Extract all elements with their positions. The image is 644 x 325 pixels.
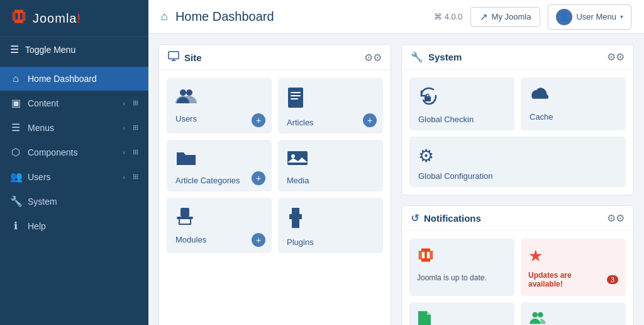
grid-icon: ⊞ [133,99,138,107]
modules-tile[interactable]: Modules + [167,198,272,253]
system-panel: 🔧 System ⚙⚙ Global Checkin [401,44,634,195]
svg-rect-13 [430,251,433,259]
svg-point-8 [291,154,295,158]
users-tile-label: Users [175,114,197,123]
content-icon: ▣ [10,97,21,109]
grid-icon: ⊞ [133,123,138,132]
user-menu-button[interactable]: 👤 User Menu ▾ [548,4,631,30]
sidebar: Joomla! ☰ Toggle Menu ⌂ Home Dashboard ▣… [0,0,148,325]
notifications-panel-settings-icon[interactable]: ⚙⚙ [607,212,625,224]
cache-icon [530,86,548,107]
sidebar-item-home-dashboard[interactable]: ⌂ Home Dashboard [0,67,148,91]
article-categories-tile-icon [175,149,197,171]
sidebar-item-menus[interactable]: ☰ Menus › ⊞ [0,115,148,140]
sidebar-item-label: Content [28,98,116,108]
site-panel-header: Site ⚙⚙ [159,45,391,71]
sidebar-item-content[interactable]: ▣ Content › ⊞ [0,91,148,115]
global-checkin-icon [418,86,437,110]
toggle-menu-label: Toggle Menu [25,45,75,55]
site-panel: Site ⚙⚙ Users + Articles + [158,44,391,325]
users-privacy-icon [528,310,547,325]
global-configuration-tile[interactable]: ⚙ Global Configuration [409,137,626,187]
sidebar-item-label: Help [28,221,138,231]
svg-rect-7 [287,151,308,165]
user-menu-label: User Menu [576,12,616,21]
joomla-uptodate-tile: Joomla is up to date. [409,239,514,296]
grid-icon: ⊞ [133,148,138,156]
users-tile-add-button[interactable]: + [252,113,265,127]
system-tiles-grid: Global Checkin Cache ⚙ Global Configurat… [402,70,633,195]
users-tile[interactable]: Users + [167,78,272,134]
arrow-icon: › [123,173,125,181]
toggle-menu-button[interactable]: ☰ Toggle Menu [0,37,148,62]
svg-point-1 [180,89,186,96]
articles-tile-add-button[interactable]: + [363,113,377,127]
plugins-tile-icon [287,207,304,232]
logo-text: Joomla! [33,11,81,26]
cache-tile[interactable]: Cache [521,77,626,130]
global-checkin-label: Global Checkin [418,115,474,124]
sidebar-item-components[interactable]: ⬡ Components › ⊞ [0,140,148,164]
site-tiles-grid: Users + Articles + Article Categories + [159,71,391,261]
no-privacy-requests-tile: No urgent privacy requests. [521,302,626,325]
svg-rect-12 [419,251,422,259]
sidebar-item-system[interactable]: 🔧 System [0,189,148,214]
notifications-panel-header: ↺ Notifications ⚙⚙ [402,206,633,231]
articles-tile-icon [287,87,304,113]
notifications-grid: Joomla is up to date. ★ Updates are avai… [402,231,633,325]
external-link-icon: ↗ [480,11,488,23]
svg-rect-4 [291,92,301,93]
components-icon: ⬡ [10,146,21,158]
users-tile-icon [175,87,197,109]
page-title: Home Dashboard [175,9,426,24]
site-panel-settings-icon[interactable]: ⚙⚙ [364,52,382,64]
user-menu-chevron: ▾ [620,13,623,20]
sidebar-item-label: Menus [28,123,116,133]
plugins-tile[interactable]: Plugins [278,198,383,253]
global-configuration-label: Global Configuration [418,171,493,181]
updates-count-badge: 3 [607,275,618,284]
modules-tile-add-button[interactable]: + [252,233,265,247]
global-checkin-tile[interactable]: Global Checkin [409,77,514,130]
updates-available-tile: ★ Updates are available! 3 [521,239,626,296]
sidebar-item-users[interactable]: 👥 Users › ⊞ [0,164,148,189]
arrow-icon: › [123,100,125,107]
grid-icon: ⊞ [133,173,138,181]
joomla-logo-icon [10,8,28,29]
articles-tile-label: Articles [287,118,314,127]
my-joomla-button[interactable]: ↗ My Joomla [470,7,541,27]
svg-rect-5 [291,95,301,96]
article-categories-tile-add-button[interactable]: + [252,171,265,185]
system-panel-title: 🔧 System [411,51,462,63]
media-tile[interactable]: Media [278,140,383,191]
modules-tile-icon [175,207,194,230]
svg-rect-3 [288,88,303,108]
modules-tile-label: Modules [175,235,206,244]
svg-point-2 [186,89,192,96]
toggle-menu-icon: ☰ [10,43,19,55]
articles-tile[interactable]: Articles + [278,78,383,134]
monitor-icon [168,51,179,64]
file-icon [417,310,432,325]
sidebar-nav: ⌂ Home Dashboard ▣ Content › ⊞ ☰ Menus ›… [0,62,148,325]
menus-icon: ☰ [10,122,21,134]
system-panel-settings-icon[interactable]: ⚙⚙ [607,51,625,63]
svg-rect-0 [169,52,179,59]
system-panel-header: 🔧 System ⚙⚙ [402,45,633,70]
cache-label: Cache [530,112,553,122]
logo: Joomla! [0,0,148,37]
wrench-icon: 🔧 [411,51,423,63]
article-categories-tile-label: Article Categories [175,176,240,185]
svg-rect-11 [425,96,431,101]
sidebar-item-help[interactable]: ℹ Help [0,214,148,238]
updates-available-label: Updates are available! [528,271,604,288]
sidebar-item-label: System [28,197,138,207]
global-configuration-icon: ⚙ [418,145,434,166]
article-categories-tile[interactable]: Article Categories + [167,140,272,191]
version-badge: ⌘ 4.0.0 [434,12,463,21]
svg-point-14 [532,312,538,317]
svg-rect-6 [291,98,298,100]
plugins-tile-label: Plugins [287,237,314,247]
sidebar-item-label: Home Dashboard [28,74,138,84]
svg-point-15 [538,312,543,317]
